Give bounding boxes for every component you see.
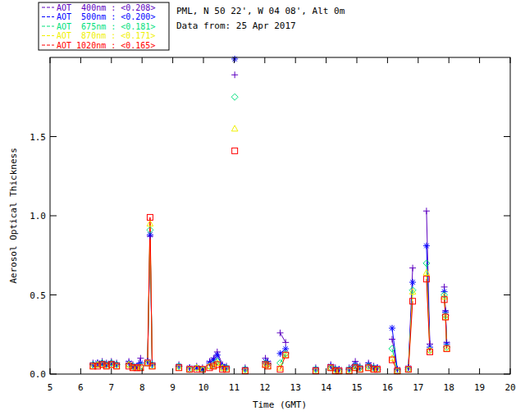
x-tick-label: 14	[321, 382, 332, 393]
x-tick-label: 18	[444, 382, 454, 393]
y-axis-ticks: 0.00.51.01.5	[30, 132, 510, 381]
x-axis-title: Time (GMT)	[253, 399, 307, 410]
x-tick-label: 5	[48, 382, 53, 393]
plot-frame	[50, 57, 510, 374]
data-point-marker	[232, 148, 238, 153]
series-segment	[150, 217, 153, 366]
y-tick-label: 0.5	[30, 290, 46, 301]
aot-plot-window: 567891011121314151617181920 0.00.51.01.5…	[0, 0, 525, 420]
x-tick-label: 20	[504, 382, 515, 393]
data-point-marker	[409, 279, 416, 285]
x-tick-label: 8	[139, 382, 145, 393]
y-tick-label: 1.5	[30, 132, 46, 143]
data-point-marker	[423, 208, 430, 214]
legend-entry-label: AOT 1020nm : <0.165>	[57, 41, 155, 50]
series-segment	[392, 328, 397, 369]
date-title: Data from: 25 Apr 2017	[176, 21, 296, 31]
data-point-marker	[231, 56, 238, 62]
y-tick-label: 1.0	[30, 211, 46, 221]
legend-entry-label: AOT 870nm : <0.171>	[57, 31, 155, 40]
x-tick-label: 13	[290, 382, 301, 393]
data-points	[89, 56, 450, 374]
x-tick-label: 9	[170, 382, 176, 393]
x-tick-label: 19	[474, 382, 485, 393]
data-point-marker	[214, 352, 221, 358]
plot-border	[50, 57, 510, 374]
data-point-marker	[231, 126, 238, 131]
data-point-marker	[282, 339, 289, 345]
x-tick-label: 17	[413, 382, 423, 393]
data-point-marker	[423, 243, 430, 249]
data-point-marker	[409, 265, 416, 272]
data-point-marker	[389, 325, 395, 331]
data-point-marker	[231, 94, 238, 100]
legend-entry-label: AOT 500nm : <0.200>	[57, 12, 155, 21]
x-tick-label: 16	[382, 382, 393, 393]
station-title: PML, N 50 22', W 04 08', Alt 0m	[176, 6, 345, 16]
data-point-marker	[231, 71, 238, 78]
y-tick-label: 0.0	[30, 369, 46, 380]
data-point-marker	[147, 231, 153, 238]
x-tick-label: 12	[259, 382, 270, 393]
x-tick-label: 10	[198, 382, 208, 393]
y-axis-title: Aerosol Optical Thickness	[8, 148, 19, 284]
x-tick-label: 11	[229, 382, 240, 393]
series-segment	[281, 333, 286, 343]
x-tick-label: 7	[108, 382, 114, 393]
legend-entry-label: AOT 675nm : <0.181>	[57, 22, 155, 31]
data-point-marker	[277, 330, 284, 336]
x-tick-label: 15	[351, 382, 362, 393]
x-tick-label: 6	[78, 382, 84, 393]
legend: AOT 400nm : <0.208>AOT 500nm : <0.200>AO…	[39, 2, 169, 50]
legend-entry-label: AOT 400nm : <0.208>	[57, 3, 155, 12]
aot-chart-canvas: 567891011121314151617181920 0.00.51.01.5…	[0, 0, 525, 420]
data-point-marker	[389, 336, 395, 343]
